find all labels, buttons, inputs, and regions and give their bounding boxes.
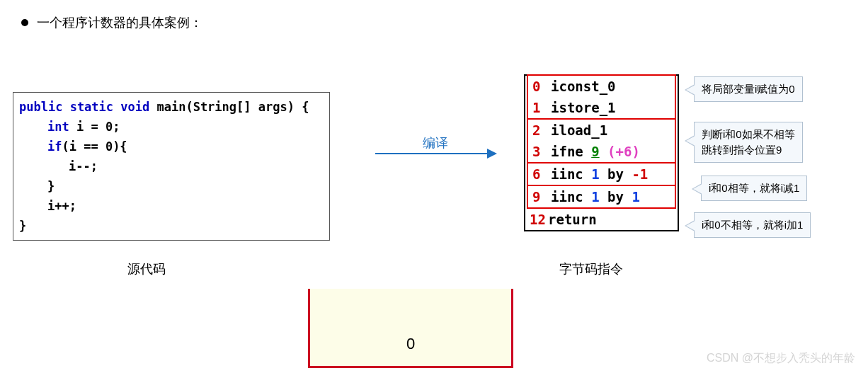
src-line: i--; xyxy=(19,156,324,176)
keyword: int xyxy=(47,120,69,134)
bullet-icon xyxy=(21,19,28,26)
compile-arrow: 编译 xyxy=(375,134,496,154)
bytecode-row: 0iconst_0 xyxy=(528,76,675,97)
bytecode-caption: 字节码指令 xyxy=(559,260,623,277)
bytecode-row: 3ifne 9 (+6) xyxy=(528,141,675,162)
bytecode-box: 0iconst_0 1istore_1 2iload_1 3ifne 9 (+6… xyxy=(524,74,679,231)
title-text: 一个程序计数器的具体案例： xyxy=(37,14,202,31)
callout: 判断i和0如果不相等跳转到指令位置9 xyxy=(694,122,803,163)
bytecode-row: 1istore_1 xyxy=(528,97,675,118)
bytecode-group: 6iinc 1 by -1 xyxy=(527,162,676,186)
bytecode-group: 2iload_1 3ifne 9 (+6) xyxy=(527,118,676,163)
bytecode-row: 6iinc 1 by -1 xyxy=(528,163,675,185)
bytecode-group: 0iconst_0 1istore_1 xyxy=(527,74,676,120)
callout: 将局部变量i赋值为0 xyxy=(694,76,803,102)
stack-box: 0 xyxy=(308,289,513,368)
keyword: if xyxy=(47,139,62,154)
bytecode-group: 9iinc 1 by 1 xyxy=(527,185,676,209)
src-line: } xyxy=(19,176,324,196)
bytecode-row: 12return xyxy=(525,209,678,230)
source-caption: 源代码 xyxy=(127,260,166,277)
callout: i和0不相等，就将i加1 xyxy=(694,212,811,238)
stack-value: 0 xyxy=(406,335,415,353)
src-line: if(i == 0){ xyxy=(19,137,324,156)
src-line: int i = 0; xyxy=(19,117,324,137)
arrow-label: 编译 xyxy=(375,134,496,151)
bytecode-row: 2iload_1 xyxy=(528,120,675,141)
page-title: 一个程序计数器的具体案例： xyxy=(21,14,202,31)
bytecode-row: 9iinc 1 by 1 xyxy=(528,186,675,207)
arrow-icon xyxy=(375,153,496,154)
callout: i和0相等，就将i减1 xyxy=(701,176,807,201)
src-line: public static void main(String[] args) { xyxy=(19,97,324,117)
src-line: i++; xyxy=(19,196,324,216)
watermark: CSDN @不想步入秃头的年龄 xyxy=(707,351,855,366)
src-line: } xyxy=(19,216,324,236)
keyword: public static void xyxy=(19,100,149,114)
source-code-box: public static void main(String[] args) {… xyxy=(13,92,330,241)
